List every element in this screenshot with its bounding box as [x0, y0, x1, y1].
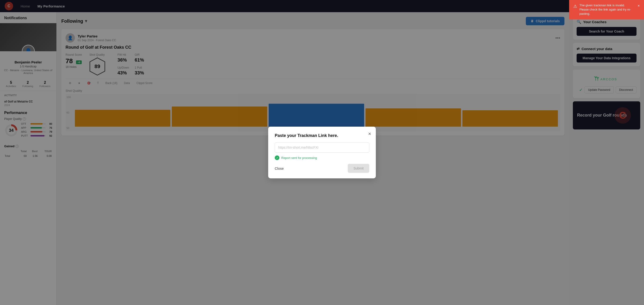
modal-success-text: Report sent for processing: [281, 156, 317, 160]
modal-title: Paste your Trackman Link here.: [275, 133, 369, 138]
toast-message: The given trackman link is invalid. Plea…: [580, 3, 634, 16]
modal-close-x-btn[interactable]: ×: [368, 131, 371, 137]
trackman-link-input[interactable]: [275, 142, 369, 152]
trackman-modal: Paste your Trackman Link here. × ✓ Repor…: [268, 127, 376, 178]
warning-icon: ⚠: [573, 4, 577, 9]
modal-overlay[interactable]: Paste your Trackman Link here. × ✓ Repor…: [0, 0, 644, 305]
success-check-icon: ✓: [275, 156, 280, 160]
modal-close-btn[interactable]: Close: [275, 166, 284, 170]
toast-close-btn[interactable]: ×: [638, 3, 640, 8]
modal-submit-btn[interactable]: Submit: [348, 164, 369, 173]
error-toast: ⚠ The given trackman link is invalid. Pl…: [569, 0, 644, 20]
modal-footer: Close Submit: [275, 164, 369, 173]
modal-success-message: ✓ Report sent for processing: [275, 156, 369, 160]
